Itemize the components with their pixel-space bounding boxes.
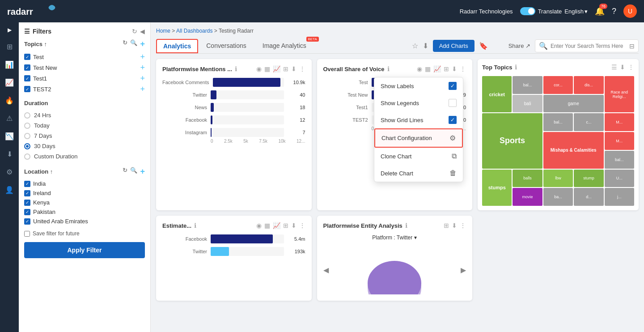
- user-avatar[interactable]: U: [623, 4, 637, 18]
- sidebar-collapse-icon[interactable]: ◀: [140, 28, 145, 35]
- topic-checkbox-test[interactable]: [24, 54, 30, 60]
- topics-refresh-icon[interactable]: ↻: [123, 39, 127, 49]
- sidebar-nav-charts[interactable]: 📈: [1, 74, 17, 90]
- estimate-download-icon[interactable]: ⬇: [291, 222, 297, 229]
- toptopics-list-icon[interactable]: ☰: [611, 64, 617, 71]
- sov-more-icon[interactable]: ⋮: [460, 65, 466, 72]
- tab-image-analytics[interactable]: Image Analytics BETA: [254, 38, 320, 54]
- download-button[interactable]: ⬇: [423, 42, 428, 50]
- duration-24hrs-radio[interactable]: [24, 112, 30, 119]
- topic-add-test[interactable]: +: [140, 53, 145, 61]
- language-selector[interactable]: English ▾: [564, 8, 588, 15]
- expand-icon[interactable]: ▶: [8, 27, 12, 33]
- treemap-cell-balls: balls: [513, 170, 542, 187]
- topic-checkbox-testnew[interactable]: [24, 64, 30, 71]
- filter-icon[interactable]: ⊟: [629, 43, 635, 50]
- share-button[interactable]: Share ↗: [508, 43, 530, 49]
- estimate-table-icon[interactable]: ⊞: [283, 222, 288, 229]
- mentions-line-icon[interactable]: 📈: [273, 65, 280, 72]
- toptopics-more-icon[interactable]: ⋮: [628, 64, 634, 71]
- bookmark-button[interactable]: 🔖: [479, 42, 488, 50]
- entity-more-icon[interactable]: ⋮: [460, 222, 466, 229]
- location-refresh-icon[interactable]: ↻: [123, 167, 127, 176]
- logo: radarr: [7, 4, 56, 18]
- estimate-pie-icon[interactable]: ◉: [256, 222, 262, 229]
- translate-switch[interactable]: [520, 7, 535, 15]
- toptopics-info-icon[interactable]: ℹ: [515, 64, 517, 71]
- show-grid-lines-toggle[interactable]: ✓: [449, 116, 457, 124]
- breadcrumb-all-dashboards[interactable]: All Dashboards: [176, 28, 212, 34]
- sov-download-icon[interactable]: ⬇: [452, 65, 457, 72]
- estimate-info-icon[interactable]: ℹ: [194, 222, 196, 229]
- topic-add-testnew[interactable]: +: [140, 64, 145, 72]
- sov-pie-icon[interactable]: ◉: [417, 65, 422, 72]
- mentions-pie-icon[interactable]: ◉: [256, 65, 262, 72]
- menu-item-clone-chart[interactable]: Clone Chart ⧉: [374, 148, 463, 165]
- location-checkbox-pakistan[interactable]: [24, 209, 30, 215]
- platform-twitter-btn[interactable]: Platform : Twitter ▾: [372, 234, 417, 241]
- location-checkbox-ireland[interactable]: [24, 190, 30, 196]
- add-charts-button[interactable]: Add Charts: [433, 40, 475, 52]
- entity-download-icon[interactable]: ⬇: [452, 222, 457, 229]
- topic-checkbox-test1[interactable]: [24, 75, 30, 81]
- topics-actions: ↻ 🔍 +: [123, 39, 145, 49]
- help-icon[interactable]: ?: [612, 7, 616, 16]
- estimate-line-icon[interactable]: 📈: [273, 222, 280, 229]
- menu-item-show-legends[interactable]: Show Legends: [374, 94, 463, 111]
- treemap-cell-cricket: cricket: [482, 76, 512, 112]
- sidebar-nav-download[interactable]: ⬇: [1, 146, 17, 162]
- sidebar-nav-analytics[interactable]: 📊: [1, 56, 17, 72]
- entity-table-icon[interactable]: ⊞: [444, 222, 449, 229]
- sidebar-nav-home[interactable]: ⊞: [1, 38, 17, 55]
- mentions-more-icon[interactable]: ⋮: [299, 65, 305, 72]
- duration-7days-radio[interactable]: [24, 133, 30, 139]
- topic-add-test2[interactable]: +: [140, 85, 145, 93]
- tab-conversations[interactable]: Conversations: [198, 38, 254, 54]
- topic-checkbox-test2[interactable]: [24, 86, 30, 92]
- sov-info-icon[interactable]: ℹ: [387, 65, 390, 72]
- prev-arrow-icon[interactable]: ◀: [323, 266, 329, 274]
- sidebar-nav-alert[interactable]: ⚠: [1, 110, 17, 126]
- location-checkbox-india[interactable]: [24, 181, 30, 187]
- location-add-icon[interactable]: +: [140, 167, 145, 176]
- menu-item-show-grid-lines[interactable]: Show Grid Lines ✓: [374, 111, 463, 128]
- sidebar-nav-fire[interactable]: 🔥: [1, 92, 17, 108]
- sov-table-icon[interactable]: ⊞: [444, 65, 449, 72]
- location-search-icon[interactable]: 🔍: [130, 167, 137, 176]
- menu-item-show-labels[interactable]: Show Labels ✓: [374, 77, 463, 94]
- breadcrumb-home[interactable]: Home: [156, 28, 170, 34]
- entity-info-icon[interactable]: ℹ: [405, 222, 407, 229]
- star-button[interactable]: ☆: [412, 42, 418, 50]
- location-checkbox-kenya[interactable]: [24, 200, 30, 206]
- next-arrow-icon[interactable]: ▶: [461, 266, 466, 274]
- sov-line-icon[interactable]: 📈: [433, 65, 441, 72]
- apply-filter-button[interactable]: Apply Filter: [24, 242, 145, 258]
- nav-right: Radarr Technologies Translate English ▾ …: [460, 4, 637, 18]
- topics-search-icon[interactable]: 🔍: [130, 39, 137, 49]
- save-filter-checkbox[interactable]: [24, 231, 30, 237]
- show-labels-toggle[interactable]: ✓: [449, 82, 457, 90]
- duration-today-radio[interactable]: [24, 123, 30, 129]
- sov-bar-icon[interactable]: ▦: [425, 65, 431, 72]
- topic-add-test1[interactable]: +: [140, 74, 145, 82]
- menu-item-delete-chart[interactable]: Delete Chart 🗑: [374, 165, 463, 182]
- sidebar-nav-settings[interactable]: ⚙: [1, 164, 17, 180]
- mentions-table-icon[interactable]: ⊞: [283, 65, 288, 72]
- topics-add-icon[interactable]: +: [140, 39, 145, 49]
- search-input[interactable]: [551, 43, 627, 49]
- tab-analytics[interactable]: Analytics: [156, 39, 198, 53]
- sidebar-nav-user[interactable]: 👤: [1, 182, 17, 198]
- menu-item-chart-configuration[interactable]: Chart Configuration ⚙: [374, 128, 463, 148]
- sidebar-nav-graph[interactable]: 📉: [1, 128, 17, 144]
- duration-custom-radio[interactable]: [24, 153, 30, 160]
- location-checkbox-uae[interactable]: [24, 218, 30, 225]
- toptopics-download-icon[interactable]: ⬇: [620, 64, 625, 71]
- mentions-download-icon[interactable]: ⬇: [291, 65, 297, 72]
- mentions-info-icon[interactable]: ℹ: [235, 65, 237, 72]
- mentions-bar-icon[interactable]: ▦: [264, 65, 270, 72]
- estimate-more-icon[interactable]: ⋮: [299, 222, 305, 229]
- show-legends-toggle[interactable]: [449, 99, 457, 107]
- duration-30days-radio[interactable]: [24, 143, 30, 149]
- refresh-icon[interactable]: ↻: [132, 28, 137, 35]
- estimate-bar-icon[interactable]: ▦: [264, 222, 270, 229]
